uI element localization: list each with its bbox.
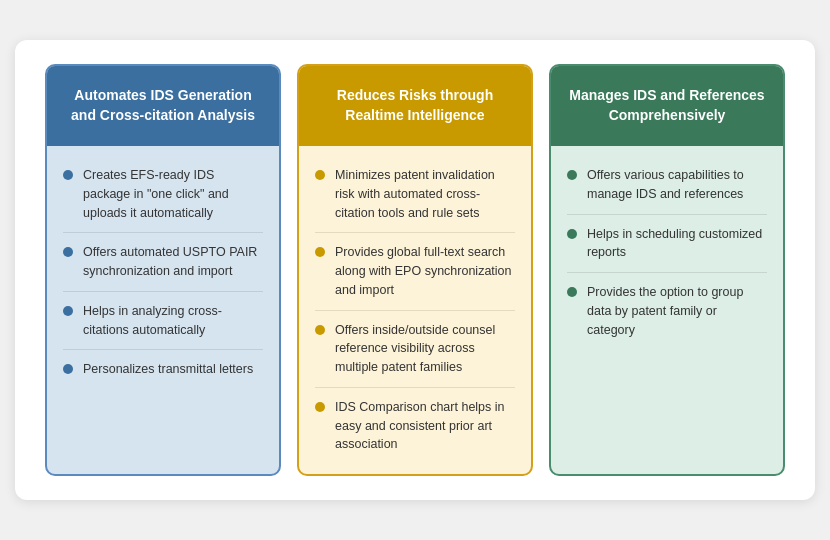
- list-item: Offers various capabilities to manage ID…: [567, 156, 767, 215]
- bullet-icon: [315, 402, 325, 412]
- column-gold-body: Minimizes patent invalidation risk with …: [299, 146, 531, 474]
- list-item: IDS Comparison chart helps in easy and c…: [315, 388, 515, 464]
- item-text: Helps in analyzing cross-citations autom…: [83, 302, 263, 340]
- bullet-icon: [315, 325, 325, 335]
- bullet-icon: [567, 170, 577, 180]
- bullet-icon: [315, 247, 325, 257]
- bullet-icon: [567, 229, 577, 239]
- column-gold: Reduces Risks through Realtime Intellige…: [297, 64, 533, 476]
- bullet-icon: [63, 364, 73, 374]
- item-text: Helps in scheduling customized reports: [587, 225, 767, 263]
- list-item: Offers automated USPTO PAIR synchronizat…: [63, 233, 263, 292]
- list-item: Creates EFS-ready IDS package in "one cl…: [63, 156, 263, 233]
- item-text: Offers automated USPTO PAIR synchronizat…: [83, 243, 263, 281]
- columns-wrapper: Automates IDS Generation and Cross-citat…: [45, 64, 785, 476]
- list-item: Provides the option to group data by pat…: [567, 273, 767, 349]
- bullet-icon: [63, 170, 73, 180]
- column-blue-body: Creates EFS-ready IDS package in "one cl…: [47, 146, 279, 474]
- list-item: Helps in analyzing cross-citations autom…: [63, 292, 263, 351]
- column-green-body: Offers various capabilities to manage ID…: [551, 146, 783, 474]
- list-item: Minimizes patent invalidation risk with …: [315, 156, 515, 233]
- main-container: Automates IDS Generation and Cross-citat…: [15, 40, 815, 500]
- item-text: Minimizes patent invalidation risk with …: [335, 166, 515, 222]
- item-text: Offers various capabilities to manage ID…: [587, 166, 767, 204]
- item-text: Provides the option to group data by pat…: [587, 283, 767, 339]
- bullet-icon: [63, 306, 73, 316]
- bullet-icon: [315, 170, 325, 180]
- list-item: Personalizes transmittal letters: [63, 350, 263, 389]
- item-text: Personalizes transmittal letters: [83, 360, 253, 379]
- item-text: IDS Comparison chart helps in easy and c…: [335, 398, 515, 454]
- item-text: Creates EFS-ready IDS package in "one cl…: [83, 166, 263, 222]
- bullet-icon: [63, 247, 73, 257]
- list-item: Offers inside/outside counsel reference …: [315, 311, 515, 388]
- bullet-icon: [567, 287, 577, 297]
- column-gold-header: Reduces Risks through Realtime Intellige…: [299, 66, 531, 146]
- column-green: Manages IDS and References Comprehensive…: [549, 64, 785, 476]
- column-blue-header: Automates IDS Generation and Cross-citat…: [47, 66, 279, 146]
- item-text: Provides global full-text search along w…: [335, 243, 515, 299]
- list-item: Helps in scheduling customized reports: [567, 215, 767, 274]
- column-green-header: Manages IDS and References Comprehensive…: [551, 66, 783, 146]
- item-text: Offers inside/outside counsel reference …: [335, 321, 515, 377]
- column-blue: Automates IDS Generation and Cross-citat…: [45, 64, 281, 476]
- list-item: Provides global full-text search along w…: [315, 233, 515, 310]
